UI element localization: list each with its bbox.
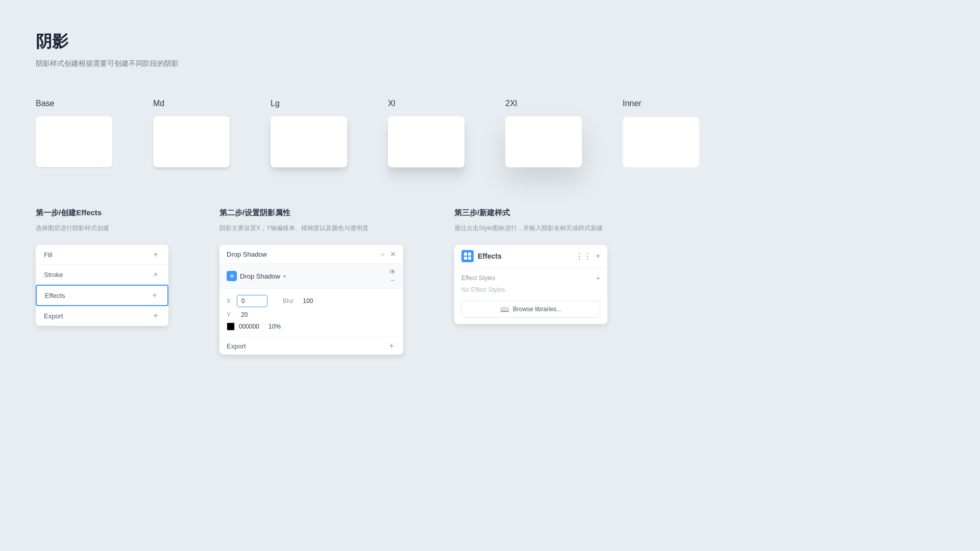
- effect-styles-body: Effect Styles + No Effect Styles. 📖 Brow…: [454, 268, 607, 324]
- ds-y-value: 20: [241, 311, 248, 318]
- snowflake-icon: ❄: [227, 271, 237, 281]
- shadow-card-inner: [623, 116, 699, 167]
- step2-title: 第二步/设置阴影属性: [219, 208, 403, 218]
- shadow-label-xl: Xl: [388, 99, 395, 108]
- shadow-cards-section: Base Md Lg Xl 2Xl Inner: [36, 99, 944, 167]
- ds-x-label: X: [227, 297, 232, 305]
- effect-styles-panel: Effects ⋮⋮ + Effect Styles + No Effect S…: [454, 245, 607, 324]
- shadow-card-base: [36, 116, 112, 167]
- drop-shadow-type-label: Drop Shadow: [240, 272, 280, 280]
- shadow-card-group-xl: Xl: [388, 99, 464, 167]
- shadow-card-2xl: [505, 116, 582, 167]
- shadow-card-group-lg: Lg: [271, 99, 347, 167]
- drop-shadow-type-left: ❄ Drop Shadow ▾: [227, 271, 286, 281]
- step3-title: 第三步/新建样式: [454, 208, 607, 218]
- grid-dot-1: [464, 253, 467, 256]
- stroke-add-button[interactable]: +: [151, 270, 160, 279]
- ds-opacity: 10%: [268, 323, 281, 330]
- step1-title: 第一步/创建Effects: [36, 208, 168, 218]
- page-title: 阴影: [36, 31, 944, 53]
- ds-y-label: Y: [227, 311, 232, 318]
- shadow-label-lg: Lg: [271, 99, 280, 108]
- grid-dot-2: [468, 253, 471, 256]
- effect-styles-empty-text: No Effect Styles.: [461, 286, 600, 293]
- minus-icon[interactable]: −: [389, 276, 396, 284]
- browse-libraries-button[interactable]: 📖 Browse libraries...: [461, 300, 600, 318]
- step3-desc: 通过点击Style图标进行，并输入阴影名称完成样式新建: [454, 224, 607, 233]
- effect-styles-section-header: Effect Styles +: [461, 274, 600, 282]
- ds-color-swatch[interactable]: [227, 322, 235, 331]
- step2-block: 第二步/设置阴影属性 阴影主要设置X，Y轴偏移来、模糊度以及颜色与透明度 Dro…: [219, 208, 403, 355]
- drop-shadow-body: X Blur 100 Y 20 000000 10%: [219, 289, 403, 337]
- step2-desc: 阴影主要设置X，Y轴偏移来、模糊度以及颜色与透明度: [219, 224, 403, 233]
- ds-x-blur-row: X Blur 100: [227, 295, 396, 307]
- shadow-label-base: Base: [36, 99, 54, 108]
- effect-styles-sort-icon[interactable]: ⋮⋮: [575, 252, 592, 261]
- export-row: Export +: [36, 306, 168, 326]
- page-subtitle: 阴影样式创建根据需要可创建不同阶段的阴影: [36, 59, 944, 68]
- ds-export-label: Export: [227, 342, 246, 350]
- step1-block: 第一步/创建Effects 选择图层进行阴影样式创建 Fill + Stroke…: [36, 208, 168, 326]
- book-icon: 📖: [500, 305, 509, 313]
- drop-shadow-type-right: 👁 −: [389, 268, 396, 284]
- grid-dot-3: [464, 257, 467, 260]
- ds-blur-label: Blur: [283, 297, 293, 305]
- effects-grid-icon: [461, 250, 474, 262]
- shadow-card-xl: [388, 116, 464, 167]
- ds-export-add-button[interactable]: +: [387, 341, 396, 350]
- effect-styles-header-left: Effects: [461, 250, 502, 262]
- shadow-label-inner: Inner: [623, 99, 641, 108]
- effects-add-button[interactable]: +: [150, 291, 159, 300]
- effect-styles-add-icon[interactable]: +: [596, 252, 600, 261]
- stroke-label: Stroke: [44, 271, 63, 279]
- ds-x-input[interactable]: [237, 295, 267, 307]
- step1-desc: 选择图层进行阴影样式创建: [36, 224, 168, 233]
- drop-shadow-panel: Drop Shadow ○ ✕ ❄ Drop Shadow ▾ 👁: [219, 245, 403, 355]
- export-add-button[interactable]: +: [151, 311, 160, 320]
- fill-row: Fill +: [36, 245, 168, 265]
- grid-dot-4: [468, 257, 471, 260]
- shadow-label-md: Md: [153, 99, 164, 108]
- drop-shadow-header-icons: ○ ✕: [381, 250, 396, 258]
- shadow-card-lg: [271, 116, 347, 167]
- browse-libraries-label: Browse libraries...: [513, 306, 561, 313]
- shadow-label-2xl: 2Xl: [505, 99, 517, 108]
- shadow-card-md: [153, 116, 230, 167]
- drop-shadow-type-header: ❄ Drop Shadow ▾ 👁 −: [219, 264, 403, 289]
- ds-export-row: Export +: [219, 337, 403, 355]
- drop-shadow-label: Drop Shadow: [227, 251, 267, 258]
- drop-shadow-type-arrow: ▾: [283, 273, 286, 279]
- fill-label: Fill: [44, 251, 53, 259]
- step3-block: 第三步/新建样式 通过点击Style图标进行，并输入阴影名称完成样式新建 Eff…: [454, 208, 607, 324]
- shadow-card-group-md: Md: [153, 99, 230, 167]
- steps-section: 第一步/创建Effects 选择图层进行阴影样式创建 Fill + Stroke…: [36, 208, 944, 355]
- eye-icon[interactable]: 👁: [389, 268, 396, 276]
- ds-blur-value: 100: [303, 297, 313, 305]
- shadow-card-group-2xl: 2Xl: [505, 99, 582, 167]
- effects-panel: Fill + Stroke + Effects + Export +: [36, 245, 168, 326]
- effect-styles-section-add-button[interactable]: +: [596, 274, 600, 282]
- ds-y-row: Y 20: [227, 311, 396, 318]
- ds-color-hex: 000000: [239, 323, 259, 330]
- ds-color-row: 000000 10%: [227, 322, 396, 331]
- shadow-card-group-base: Base: [36, 99, 112, 167]
- effects-row: Effects +: [36, 285, 168, 306]
- effect-styles-panel-title: Effects: [478, 252, 502, 260]
- stroke-row: Stroke +: [36, 265, 168, 285]
- export-label: Export: [44, 312, 63, 320]
- drop-shadow-settings-icon[interactable]: ○: [381, 250, 385, 258]
- effects-label: Effects: [45, 292, 65, 299]
- shadow-card-group-inner: Inner: [623, 99, 699, 167]
- effect-styles-header-actions: ⋮⋮ +: [575, 252, 600, 261]
- effect-styles-header: Effects ⋮⋮ +: [454, 245, 607, 268]
- effect-styles-section-title: Effect Styles: [461, 274, 495, 282]
- drop-shadow-header: Drop Shadow ○ ✕: [219, 245, 403, 264]
- fill-add-button[interactable]: +: [151, 250, 160, 259]
- drop-shadow-title: Drop Shadow: [227, 251, 267, 258]
- drop-shadow-close-icon[interactable]: ✕: [390, 250, 396, 258]
